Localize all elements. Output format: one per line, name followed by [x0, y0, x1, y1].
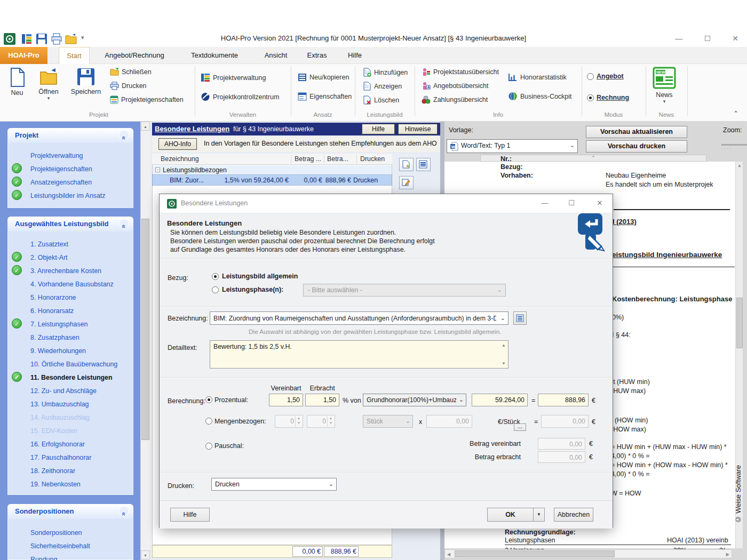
abbrechen-button[interactable]: Abbrechen: [554, 508, 593, 522]
prozent-erbracht-input[interactable]: 1,50: [305, 394, 339, 406]
collapse-ribbon-icon[interactable]: ⌃: [733, 110, 738, 117]
sidebar-item-leistungsbilder[interactable]: ✓Leistungsbilder im Ansatz: [12, 192, 106, 199]
hinweise-button[interactable]: Hinweise: [398, 124, 438, 134]
prozent-ergebnis-input[interactable]: 888,96: [538, 394, 589, 406]
basis-wert-input[interactable]: 59.264,00: [472, 394, 528, 406]
drucken-button[interactable]: Drucken: [110, 82, 147, 90]
detailtext-textarea[interactable]: Bewertung: 1,5 bis 2,5 v.H. ▲ ▼: [210, 340, 508, 369]
sidebar-section-leistungsbild[interactable]: Ausgewähltes Leistungsbild «: [7, 217, 133, 231]
scroll-left-icon[interactable]: ◀: [447, 552, 450, 557]
scrollbar-thumb[interactable]: [736, 298, 743, 348]
sidebar-item-sicherheitseinbehalt[interactable]: Sicherheitseinbehalt: [12, 542, 90, 550]
scroll-up-icon[interactable]: ▲: [502, 343, 506, 348]
mengenbezogen-radio[interactable]: [205, 418, 212, 425]
scroll-down-icon[interactable]: ▼: [141, 550, 150, 559]
tab-angebot-rechnung[interactable]: Angebot/Rechnung: [97, 47, 172, 64]
ansatz-eigenschaften-button[interactable]: Eigenschaften: [298, 92, 352, 101]
edit-entry-button[interactable]: [399, 176, 414, 189]
tab-hoai-pro[interactable]: HOAI-Pro: [0, 47, 47, 64]
vorschau-aktualisieren-button[interactable]: Vorschau aktualisieren: [586, 126, 687, 138]
honorarstatistik-button[interactable]: Honorarstatistik: [508, 73, 567, 82]
tab-extras[interactable]: Extras: [302, 47, 332, 64]
aho-info-button[interactable]: AHO-Info: [158, 138, 197, 150]
scroll-down-icon[interactable]: ▼: [502, 361, 506, 366]
sidebar-item-16[interactable]: 16. Erfolgshonorar: [12, 441, 85, 448]
sidebar-item-11-active[interactable]: ✓11. Besondere Leistungen: [12, 374, 113, 381]
collapse-section-icon[interactable]: «: [119, 130, 129, 140]
ok-button[interactable]: OK: [487, 508, 534, 522]
sidebar-section-sonderpositionen[interactable]: Sonderpositionen «: [7, 504, 133, 519]
col-betrag1[interactable]: Betrag ...: [295, 155, 321, 163]
anzeigen-button[interactable]: Anzeigen: [363, 82, 402, 91]
tab-start[interactable]: Start: [59, 47, 90, 64]
pauschal-label[interactable]: Pauschal:: [214, 442, 244, 450]
projektkontrollzentrum-button[interactable]: Projektkontrollzentrum: [201, 92, 279, 101]
basis-select[interactable]: Grundhonorar(100%)+Umbauzu ⌄: [363, 394, 466, 406]
projekteigenschaften-button[interactable]: Projekteigenschaften: [110, 95, 184, 104]
sidebar-item-3[interactable]: ✓3. Anrechenbare Kosten: [12, 267, 101, 275]
sidebar-item-6[interactable]: 6. Honorarsatz: [12, 307, 74, 315]
tab-ansicht[interactable]: Ansicht: [258, 47, 293, 64]
bezeichnung-list-button[interactable]: [513, 311, 527, 325]
oeffnen-button[interactable]: Öffnen ▾: [32, 68, 65, 101]
loeschen-button[interactable]: Löschen: [363, 95, 399, 105]
table-group-row[interactable]: − Leistungsbildbezogen: [153, 165, 392, 174]
sidebar-item-sonderpositionen[interactable]: Sonderpositionen: [12, 529, 82, 537]
sidebar-item-12[interactable]: 12. Zu- und Abschläge: [12, 387, 97, 395]
maximize-icon[interactable]: ☐: [563, 196, 580, 210]
sidebar-item-18[interactable]: 18. Zeithonorar: [12, 467, 75, 475]
scrollbar-thumb[interactable]: [141, 219, 149, 440]
close-icon[interactable]: ✕: [726, 32, 744, 45]
scroll-right-icon[interactable]: ▶: [726, 552, 729, 557]
prozentual-label[interactable]: Prozentual:: [214, 396, 248, 404]
sidebar-item-1[interactable]: 1. Zusatztext: [12, 241, 68, 248]
leistungsphasen-label[interactable]: Leistungsphase(n):: [222, 286, 283, 293]
more-options-button[interactable]: ...: [514, 423, 526, 431]
vorschau-drucken-button[interactable]: Vorschau drucken: [586, 140, 687, 153]
sidebar-scrollbar[interactable]: ▲ ▼: [140, 122, 150, 560]
minimize-icon[interactable]: —: [536, 196, 553, 210]
sidebar-item-2[interactable]: ✓2. Objekt-Art: [12, 254, 68, 261]
zahlungsuebersicht-button[interactable]: Zahlungsübersicht: [422, 95, 488, 104]
sidebar-item-projekteigenschaften[interactable]: ✓Projekteigenschaften: [12, 165, 92, 173]
projektstatusuebersicht-button[interactable]: Projektstatusübersicht: [422, 68, 499, 76]
modus-rechnung-radio[interactable]: Rechnung: [587, 94, 629, 101]
projektverwaltung-button[interactable]: Projektverwaltung: [201, 73, 266, 82]
sidebar-item-4[interactable]: 4. Vorhandene Bausubstanz: [12, 281, 114, 288]
drucken-select[interactable]: Drucken ⌄: [211, 478, 337, 491]
hinzufuegen-button[interactable]: Hinzufügen: [363, 68, 408, 77]
sidebar-item-10[interactable]: 10. Örtliche Bauüberwachung: [12, 361, 117, 368]
leistungsbild-allgemein-label[interactable]: Leistungsbild allgemein: [222, 273, 298, 280]
sidebar-item-projektverwaltung[interactable]: Projektverwaltung: [12, 152, 83, 159]
neu-kopieren-button[interactable]: Neu/kopieren: [298, 73, 349, 82]
sidebar-item-13[interactable]: 13. Umbauzuschlag: [12, 401, 89, 408]
sidebar-item-19[interactable]: 19. Nebenkosten: [12, 481, 81, 488]
maximize-icon[interactable]: ☐: [698, 32, 717, 45]
prozentual-radio[interactable]: [205, 396, 212, 403]
neu-button[interactable]: Neu: [4, 68, 30, 97]
sidebar-item-rundung[interactable]: Rundung: [12, 556, 57, 560]
tab-textdokumente[interactable]: Textdokumente: [182, 47, 247, 64]
speichern-button[interactable]: Speichern: [68, 68, 104, 95]
table-row-selected[interactable]: BIM: Zuor... 1,5% von 59.264,00 € 0,00 €…: [153, 175, 392, 185]
col-betrag2[interactable]: Betra...: [327, 155, 348, 163]
prozent-vereinbart-input[interactable]: 1,50: [269, 394, 303, 406]
col-drucken[interactable]: Drucken: [360, 155, 385, 163]
leistungsbild-allgemein-radio[interactable]: [212, 273, 219, 280]
pauschal-radio[interactable]: [205, 443, 212, 450]
ok-dropdown-button[interactable]: ▼: [533, 508, 545, 522]
preview-scroll-up-strip[interactable]: ⌃: [480, 155, 706, 162]
minimize-icon[interactable]: —: [670, 32, 688, 45]
news-button[interactable]: NEWS News ▾: [648, 67, 681, 104]
collapse-node-icon[interactable]: −: [155, 167, 160, 172]
sidebar-item-5[interactable]: 5. Honorarzone: [12, 294, 76, 301]
modus-angebot-radio[interactable]: Angebot: [587, 73, 624, 80]
sidebar-item-17[interactable]: 17. Pauschalhonorar: [12, 454, 91, 461]
sidebar-item-ansatzeigenschaften[interactable]: ✓Ansatzeigenschaften: [12, 179, 92, 186]
angebotsuebersicht-button[interactable]: A Angebotsübersicht: [422, 82, 489, 90]
leistungsphasen-radio[interactable]: [212, 286, 219, 293]
sidebar-section-projekt[interactable]: Projekt «: [7, 128, 133, 143]
close-icon[interactable]: ✕: [591, 196, 608, 210]
dialog-hilfe-button[interactable]: Hilfe: [170, 508, 210, 522]
vorlage-select[interactable]: W Word/Text: Typ 1 ⌄: [447, 139, 578, 153]
